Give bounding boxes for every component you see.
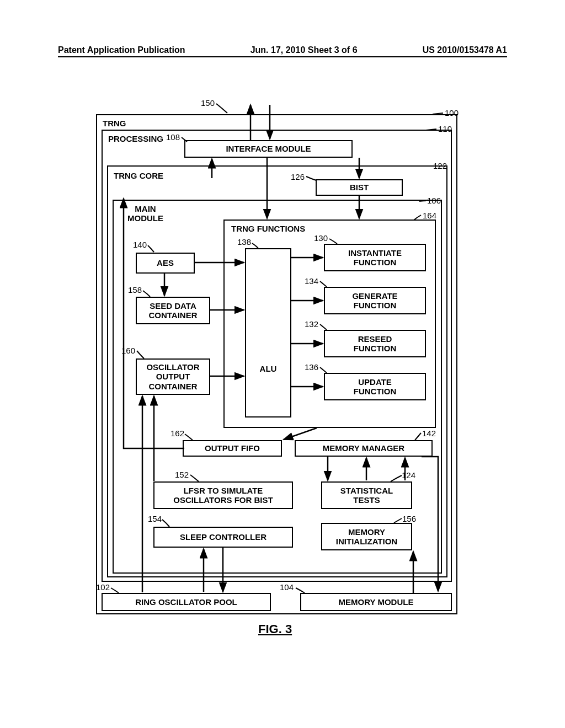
ref-102: 102 [96,582,110,592]
ref-162: 162 [170,429,184,438]
ref-122: 122 [433,161,447,170]
ref-164: 164 [423,211,436,220]
box-aes: AES [136,253,195,274]
ref-160: 160 [121,346,135,355]
diagram: TRNG PROCESSING INTERFACE MODULE TRNG CO… [96,88,457,634]
figure-caption: FIG. 3 [258,622,292,636]
header-center: Jun. 17, 2010 Sheet 3 of 6 [250,45,358,55]
box-interface-module: INTERFACE MODULE [184,140,353,158]
ref-152: 152 [175,470,189,479]
header-left: Patent Application Publication [58,45,185,55]
box-osc-output: OSCILLATOR OUTPUT CONTAINER [136,358,210,395]
box-mem-init: MEMORY INITIALIZATION [321,523,412,550]
ref-138: 138 [237,237,251,247]
ref-108: 108 [166,132,180,142]
ref-126: 126 [291,172,305,181]
label-trng-core: TRNG CORE [113,171,164,180]
box-update: UPDATE FUNCTION [324,373,426,400]
box-alu: ALU [245,248,291,417]
ref-136: 136 [305,362,318,372]
ref-130: 130 [314,233,328,243]
page-header: Patent Application Publication Jun. 17, … [58,45,507,57]
label-trng: TRNG [102,119,127,128]
box-ring-osc: RING OSCILLATOR POOL [102,593,271,611]
box-output-fifo: OUTPUT FIFO [183,440,282,457]
box-stat-tests: STATISTICAL TESTS [321,481,412,509]
ref-150: 150 [201,98,215,108]
ref-100: 100 [445,108,459,117]
alu-label: ALU [260,364,277,373]
page: Patent Application Publication Jun. 17, … [0,0,565,728]
box-memory-module: MEMORY MODULE [300,593,452,611]
ref-140: 140 [133,240,147,249]
box-lfsr: LFSR TO SIMULATE OSCILLATORS FOR BIST [153,481,293,509]
label-main-module: MAIN MODULE [126,204,164,223]
box-sleep: SLEEP CONTROLLER [153,527,293,548]
box-memory-manager: MEMORY MANAGER [295,440,433,457]
ref-142: 142 [422,429,436,438]
ref-156: 156 [402,514,416,523]
box-instantiate: INSTANTIATE FUNCTION [324,244,426,271]
label-processing: PROCESSING [107,134,164,143]
box-bist: BIST [316,179,403,196]
ref-132: 132 [305,319,318,329]
ref-110: 110 [438,124,452,133]
box-seed-data: SEED DATA CONTAINER [136,297,210,324]
ref-154: 154 [148,514,162,523]
box-generate: GENERATE FUNCTION [324,287,426,314]
label-trng-functions: TRNG FUNCTIONS [230,224,306,233]
ref-124: 124 [402,470,415,480]
ref-104: 104 [280,582,294,592]
header-right: US 2010/0153478 A1 [423,45,507,55]
box-reseed: RESEED FUNCTION [324,330,426,357]
ref-158: 158 [128,285,142,295]
ref-106: 106 [427,196,441,205]
ref-134: 134 [305,276,318,286]
